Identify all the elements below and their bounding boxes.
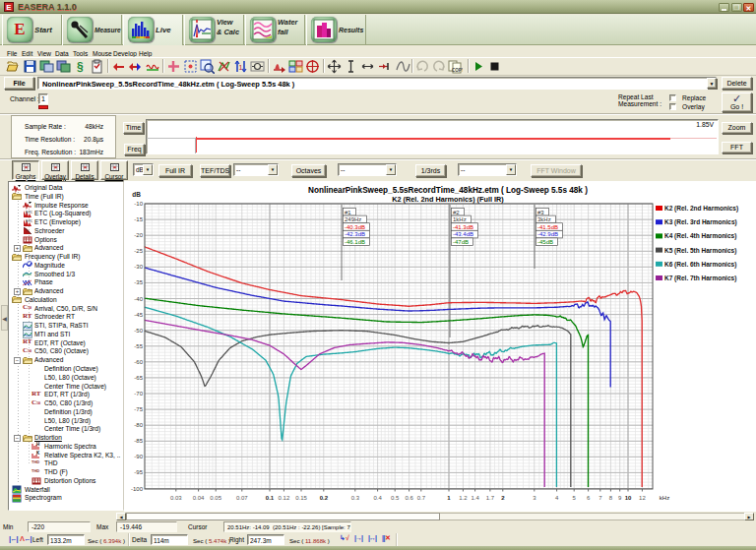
- svg-text:-85: -85: [134, 438, 143, 444]
- svg-text:0.07: 0.07: [236, 495, 248, 501]
- svg-text:-95: -95: [134, 469, 143, 475]
- svg-text:dB: dB: [132, 191, 141, 198]
- svg-text:-80: -80: [134, 422, 143, 428]
- svg-text:0.5: 0.5: [391, 495, 400, 501]
- svg-text:K6 (Rel. 6th Harmonics): K6 (Rel. 6th Harmonics): [664, 261, 736, 269]
- svg-text:1: 1: [239, 64, 243, 71]
- svg-text:0.04: 0.04: [193, 495, 205, 501]
- svg-text:-100: -100: [131, 486, 144, 492]
- svg-text:K2 (Rel. 2nd Harmonics) (Full: K2 (Rel. 2nd Harmonics) (Full IR): [392, 195, 504, 204]
- svg-text:3kHz: 3kHz: [537, 216, 551, 222]
- svg-text:-41.5dB: -41.5dB: [537, 224, 558, 230]
- svg-text:-30: -30: [134, 264, 143, 270]
- svg-text:K4 (Rel. 4th Harmonics): K4 (Rel. 4th Harmonics): [664, 232, 736, 240]
- svg-text:0.4: 0.4: [373, 495, 382, 501]
- svg-text:-47dB: -47dB: [453, 239, 469, 245]
- svg-text:H: H: [36, 442, 39, 447]
- svg-text:-40.3dB: -40.3dB: [345, 224, 365, 230]
- svg-text:K3 (Rel. 3rd Harmonics): K3 (Rel. 3rd Harmonics): [664, 218, 737, 226]
- svg-text:-41.3dB: -41.3dB: [453, 224, 473, 230]
- svg-text:§: §: [77, 60, 84, 74]
- svg-text:COPY: COPY: [452, 68, 463, 73]
- svg-text:ETC: ETC: [26, 210, 32, 214]
- svg-text:K7 (Rel. 7th Harmonics): K7 (Rel. 7th Harmonics): [664, 275, 736, 282]
- svg-text:-43.4dB: -43.4dB: [453, 231, 473, 237]
- svg-text:K2 (Rel. 2nd Harmonics): K2 (Rel. 2nd Harmonics): [664, 205, 738, 213]
- svg-text:-25: -25: [134, 248, 143, 254]
- svg-text:0.05: 0.05: [210, 495, 221, 501]
- svg-text:-42.3dB: -42.3dB: [345, 231, 365, 237]
- svg-text:0.12: 0.12: [279, 495, 290, 501]
- svg-text:-40: -40: [134, 296, 143, 302]
- svg-text:0.03: 0.03: [170, 495, 182, 501]
- svg-text:-15: -15: [134, 216, 143, 222]
- svg-text:-55: -55: [134, 343, 143, 349]
- svg-text:0.7: 0.7: [417, 495, 426, 501]
- svg-text:ETC: ETC: [26, 218, 32, 223]
- svg-text:1kHz: 1kHz: [453, 216, 467, 222]
- svg-text:K5 (Rel. 5th Harmonics): K5 (Rel. 5th Harmonics): [664, 247, 736, 255]
- svg-text:-90: -90: [134, 454, 143, 459]
- svg-text:0.6: 0.6: [405, 495, 413, 501]
- svg-text:0.2: 0.2: [320, 495, 329, 501]
- svg-text:-65: -65: [134, 375, 143, 381]
- svg-text:1.7: 1.7: [486, 495, 495, 501]
- svg-text:K: K: [36, 451, 40, 456]
- svg-text:kHz: kHz: [660, 495, 669, 501]
- svg-text:#2: #2: [453, 210, 460, 215]
- svg-text:1.2: 1.2: [459, 495, 468, 501]
- svg-text:-42.9dB: -42.9dB: [537, 231, 558, 237]
- svg-text:10: 10: [625, 495, 632, 501]
- svg-text:#1: #1: [345, 210, 351, 215]
- svg-text:-50: -50: [134, 328, 143, 334]
- svg-text:NonlinearPinkSweep_5.5sRecordT: NonlinearPinkSweep_5.5sRecordTime_48kHz.…: [308, 186, 588, 195]
- svg-text:-70: -70: [134, 391, 143, 397]
- svg-text:0.15: 0.15: [295, 495, 307, 501]
- svg-text:-20: -20: [134, 232, 143, 238]
- svg-text:#3: #3: [537, 210, 544, 215]
- svg-text:1.4: 1.4: [471, 495, 479, 501]
- svg-text:12: 12: [639, 495, 646, 501]
- svg-text:-60: -60: [134, 359, 143, 365]
- svg-text:-10: -10: [134, 201, 143, 207]
- svg-text:0.1: 0.1: [266, 495, 275, 501]
- svg-text:249Hz: 249Hz: [345, 216, 361, 222]
- svg-text:-45: -45: [134, 312, 143, 318]
- svg-text:-35: -35: [134, 279, 143, 285]
- svg-text:-46.1dB: -46.1dB: [345, 239, 365, 245]
- svg-text:-45dB: -45dB: [537, 239, 553, 245]
- svg-text:0.3: 0.3: [351, 495, 360, 501]
- svg-text:-75: -75: [134, 406, 143, 412]
